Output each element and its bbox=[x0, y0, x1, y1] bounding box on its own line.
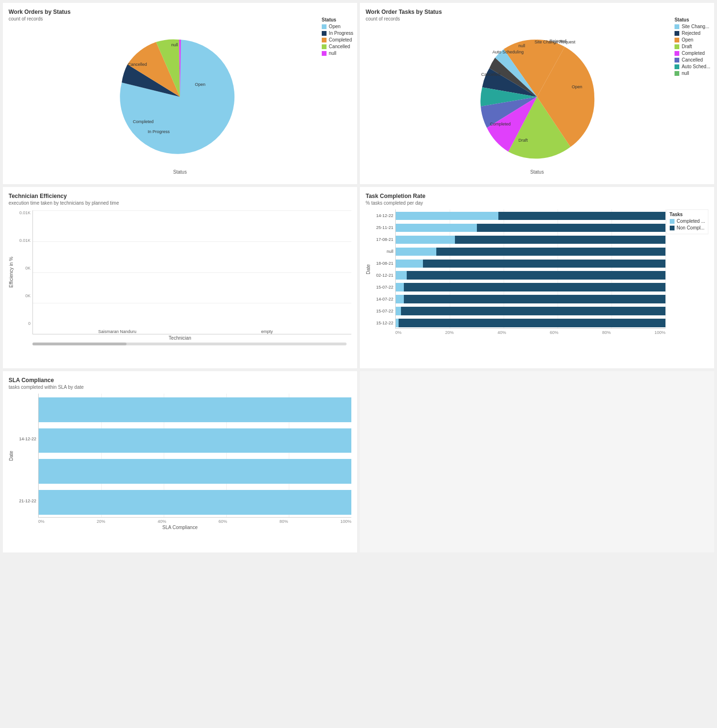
y-label-0: 0.01K bbox=[16, 210, 31, 215]
legend-color-cancelled2 bbox=[675, 58, 679, 62]
legend-color-null2 bbox=[675, 71, 679, 76]
sla-y-labels: 14-12-22 21-12-22 bbox=[17, 394, 38, 518]
task-row-6 bbox=[396, 283, 665, 291]
tech-y-axis-label: Efficiency in % bbox=[9, 210, 14, 334]
task-x-80: 80% bbox=[602, 330, 611, 335]
sla-date-2: 21-12-22 bbox=[17, 499, 36, 503]
task-bar-completed-0 bbox=[396, 212, 498, 220]
sla-x-0: 0% bbox=[38, 519, 44, 524]
task-row-2 bbox=[396, 236, 665, 244]
task-x-40: 40% bbox=[497, 330, 506, 335]
empty-panel bbox=[360, 371, 714, 552]
legend-title-1: Status bbox=[322, 17, 353, 22]
task-date-4: 18-08-21 bbox=[374, 261, 393, 266]
legend-color-completed2 bbox=[675, 51, 679, 56]
task-bar-non-8 bbox=[401, 307, 665, 315]
legend-color-open2 bbox=[675, 38, 679, 42]
y-label-8: 0 bbox=[16, 321, 31, 326]
legend-item-rejected: Rejected bbox=[675, 31, 710, 36]
task-bar-non-5 bbox=[407, 271, 665, 279]
technician-efficiency-panel: Technician Efficiency execution time tak… bbox=[3, 187, 357, 368]
panel-title-3: Technician Efficiency bbox=[9, 193, 351, 199]
pie-label-inprogress: In Progress bbox=[148, 129, 169, 134]
sla-x-labels: 0% 20% 40% 60% 80% 100% bbox=[38, 519, 351, 524]
tasks-label-null: null bbox=[518, 43, 525, 48]
legend-item-open: Open bbox=[322, 24, 353, 29]
tasks-label-completed: Completed bbox=[490, 122, 511, 126]
legend-label-open2: Open bbox=[682, 37, 693, 42]
task-bar-non-1 bbox=[477, 224, 666, 232]
task-completion-chart: Tasks Completed ... Non Compl... Date 14… bbox=[366, 209, 708, 335]
task-row-1 bbox=[396, 224, 665, 232]
task-bar-non-7 bbox=[404, 295, 665, 303]
legend-color-open bbox=[322, 24, 327, 29]
task-legend-color-noncompleted bbox=[670, 226, 675, 230]
task-bar-non-2 bbox=[455, 236, 665, 244]
task-hbar-inner bbox=[395, 209, 665, 329]
tech-chart-inner: Saismaran Nanduru empty bbox=[32, 210, 351, 334]
vbar-item-empty: empty bbox=[192, 327, 342, 334]
pie-x-label-2: Status bbox=[366, 169, 708, 175]
tech-scrollbar-thumb bbox=[32, 343, 127, 345]
legend-color-cancelled bbox=[322, 44, 327, 49]
task-y-axis-label: Date bbox=[366, 209, 372, 329]
legend-item-completed: Completed bbox=[322, 37, 353, 42]
task-x-100: 100% bbox=[654, 330, 665, 335]
y-label-4: 0K bbox=[16, 266, 31, 270]
legend-item-completed2: Completed bbox=[675, 51, 710, 56]
panel-subtitle-2: count of records bbox=[366, 16, 708, 21]
tasks-label-autosched: Auto Scheduling bbox=[492, 50, 524, 54]
task-y-labels: 14-12-22 25-11-21 17-08-21 null 18-08-21… bbox=[374, 209, 395, 329]
sla-date-1: 14-12-22 bbox=[17, 437, 36, 441]
sla-x-title: SLA Compliance bbox=[9, 525, 351, 530]
legend-label-null: null bbox=[329, 51, 337, 56]
panel-title-1: Work Orders by Status bbox=[9, 9, 351, 15]
sla-x-40: 40% bbox=[158, 519, 166, 524]
legend-label-cancelled2: Cancelled bbox=[682, 57, 703, 62]
task-bar-non-3 bbox=[436, 248, 665, 256]
technician-chart-area: Efficiency in % 0.01K 0.01K 0K 0K 0 bbox=[9, 210, 351, 334]
task-legend-noncompleted: Non Compl... bbox=[670, 225, 705, 230]
task-row-9 bbox=[396, 319, 665, 327]
task-row-0 bbox=[396, 212, 665, 220]
task-grid-100 bbox=[665, 209, 666, 328]
sla-x-100: 100% bbox=[340, 519, 351, 524]
task-bar-non-6 bbox=[404, 283, 665, 291]
vbar-label-saismaran: Saismaran Nanduru bbox=[98, 329, 137, 334]
task-bar-completed-2 bbox=[396, 236, 455, 244]
task-bar-completed-8 bbox=[396, 307, 401, 315]
legend-color-rejected bbox=[675, 31, 679, 36]
sla-bar-3 bbox=[39, 490, 351, 515]
legend-label-inprogress: In Progress bbox=[329, 31, 353, 36]
pie-chart-1: Open Cancelled Completed In Progress nul… bbox=[9, 25, 351, 168]
task-row-4 bbox=[396, 260, 665, 268]
task-row-7 bbox=[396, 295, 665, 303]
tasks-label-open: Open bbox=[572, 84, 582, 89]
task-legend-label-noncompleted: Non Compl... bbox=[677, 225, 705, 230]
task-x-0: 0% bbox=[395, 330, 401, 335]
panel-subtitle-4: % tasks completed per day bbox=[366, 200, 708, 206]
legend-item-inprogress: In Progress bbox=[322, 31, 353, 36]
work-order-tasks-panel: Work Order Tasks by Status count of reco… bbox=[360, 3, 714, 184]
pie-wrap-1: Open Cancelled Completed In Progress nul… bbox=[118, 35, 242, 159]
legend-color-inprogress bbox=[322, 31, 327, 36]
legend-item-null: null bbox=[322, 51, 353, 56]
task-legend-title: Tasks bbox=[670, 212, 705, 217]
legend-color-null bbox=[322, 51, 327, 56]
panel-title-4: Task Completion Rate bbox=[366, 193, 708, 199]
tech-scrollbar[interactable] bbox=[32, 343, 347, 345]
sla-x-60: 60% bbox=[219, 519, 227, 524]
legend-item-null2: null bbox=[675, 71, 710, 76]
task-date-1: 25-11-21 bbox=[374, 225, 393, 230]
task-date-6: 15-07-22 bbox=[374, 285, 393, 290]
task-bar-completed-3 bbox=[396, 248, 436, 256]
task-x-60: 60% bbox=[550, 330, 559, 335]
panel-subtitle-3: execution time taken by technicians by p… bbox=[9, 200, 351, 206]
panel-title-5: SLA Compliance bbox=[9, 377, 351, 384]
y-label-2: 0.01K bbox=[16, 238, 31, 243]
sla-y-axis-label: Date bbox=[9, 394, 15, 518]
legend-label-rejected: Rejected bbox=[682, 31, 700, 36]
task-date-0: 14-12-22 bbox=[374, 213, 393, 218]
pie-label-open: Open bbox=[195, 82, 205, 87]
pie-label-completed: Completed bbox=[133, 119, 154, 124]
